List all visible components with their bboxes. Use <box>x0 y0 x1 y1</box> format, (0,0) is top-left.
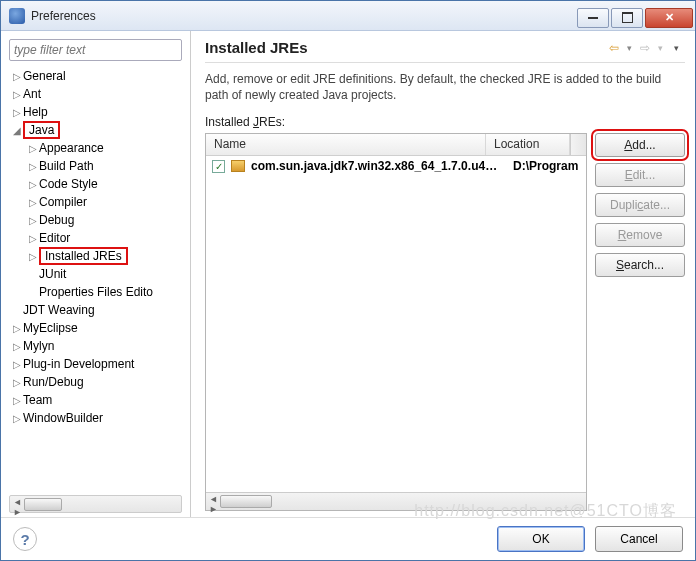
tree-label: Java <box>23 121 60 139</box>
dropdown-icon[interactable]: ▾ <box>627 43 632 53</box>
tree-label: Plug-in Development <box>23 357 134 371</box>
add-button[interactable]: Add... <box>595 133 685 157</box>
expand-icon[interactable]: ▷ <box>11 107 23 118</box>
category-tree[interactable]: ▷General ▷Ant ▷Help ◢Java ▷Appearance ▷B… <box>1 67 190 493</box>
tree-item-myeclipse[interactable]: ▷MyEclipse <box>7 319 190 337</box>
content: ▷General ▷Ant ▷Help ◢Java ▷Appearance ▷B… <box>1 31 695 560</box>
back-icon[interactable]: ⇦ <box>605 40 623 56</box>
button-column: Add... Edit... Duplicate... Remove Searc… <box>595 133 685 511</box>
edit-button: Edit... <box>595 163 685 187</box>
tree-label: Appearance <box>39 141 104 155</box>
category-tree-pane: ▷General ▷Ant ▷Help ◢Java ▷Appearance ▷B… <box>1 31 191 517</box>
page-description: Add, remove or edit JRE definitions. By … <box>205 63 685 113</box>
expand-icon[interactable]: ▷ <box>27 251 39 262</box>
tree-item-build-path[interactable]: ▷Build Path <box>7 157 190 175</box>
table-h-scrollbar[interactable] <box>206 492 586 510</box>
expand-icon[interactable]: ▷ <box>11 323 23 334</box>
tree-item-general[interactable]: ▷General <box>7 67 190 85</box>
col-location[interactable]: Location <box>486 134 570 155</box>
tree-label: Compiler <box>39 195 87 209</box>
cell-location: D:\Program <box>513 159 578 173</box>
tree-label: Installed JREs <box>39 247 128 265</box>
app-icon <box>9 8 25 24</box>
tree-item-installed-jres[interactable]: ▷Installed JREs <box>7 247 190 265</box>
search-button[interactable]: Search... <box>595 253 685 277</box>
cancel-button[interactable]: Cancel <box>595 526 683 552</box>
window-title: Preferences <box>31 9 577 23</box>
tree-item-appearance[interactable]: ▷Appearance <box>7 139 190 157</box>
expand-icon[interactable]: ▷ <box>27 197 39 208</box>
duplicate-button: Duplicate... <box>595 193 685 217</box>
footer: ? OK Cancel <box>1 518 695 560</box>
tree-label: Properties Files Edito <box>39 285 153 299</box>
expand-icon[interactable]: ▷ <box>27 143 39 154</box>
expand-icon[interactable]: ▷ <box>27 161 39 172</box>
tree-label: Team <box>23 393 52 407</box>
tree-label: Editor <box>39 231 70 245</box>
table-row[interactable]: ✓ com.sun.java.jdk7.win32.x86_64_1.7.0.u… <box>206 156 586 176</box>
expand-icon[interactable]: ▷ <box>11 89 23 100</box>
dropdown-icon[interactable]: ▾ <box>658 43 663 53</box>
tree-item-editor[interactable]: ▷Editor <box>7 229 190 247</box>
table-header: Name Location <box>206 134 586 156</box>
tree-label: JDT Weaving <box>23 303 95 317</box>
expand-icon[interactable]: ▷ <box>11 377 23 388</box>
tree-item-properties-files-editor[interactable]: Properties Files Edito <box>7 283 190 301</box>
tree-label: General <box>23 69 66 83</box>
tree-label: Mylyn <box>23 339 54 353</box>
table-body: ✓ com.sun.java.jdk7.win32.x86_64_1.7.0.u… <box>206 156 586 492</box>
page-nav-icons: ⇦▾ ⇨▾ ▾ <box>605 40 685 56</box>
expand-icon[interactable]: ▷ <box>11 413 23 424</box>
tree-item-run-debug[interactable]: ▷Run/Debug <box>7 373 190 391</box>
expand-icon[interactable]: ▷ <box>27 233 39 244</box>
maximize-button[interactable] <box>611 8 643 28</box>
tree-item-help[interactable]: ▷Help <box>7 103 190 121</box>
remove-button: Remove <box>595 223 685 247</box>
tree-item-plugin-dev[interactable]: ▷Plug-in Development <box>7 355 190 373</box>
page-title: Installed JREs <box>205 39 605 56</box>
forward-icon[interactable]: ⇨ <box>636 40 654 56</box>
expand-icon[interactable]: ▷ <box>11 341 23 352</box>
close-button[interactable] <box>645 8 693 28</box>
tree-label: Ant <box>23 87 41 101</box>
expand-icon[interactable]: ▷ <box>11 395 23 406</box>
tree-item-compiler[interactable]: ▷Compiler <box>7 193 190 211</box>
tree-item-team[interactable]: ▷Team <box>7 391 190 409</box>
jre-table[interactable]: Name Location ✓ com.sun.java.jdk7.win32.… <box>205 133 587 511</box>
ok-button[interactable]: OK <box>497 526 585 552</box>
jre-icon <box>231 160 245 172</box>
expand-icon[interactable]: ▷ <box>27 215 39 226</box>
tree-label: Build Path <box>39 159 94 173</box>
list-label: Installed JREs: <box>205 115 685 129</box>
help-icon[interactable]: ? <box>13 527 37 551</box>
expand-icon[interactable]: ▷ <box>11 359 23 370</box>
tree-item-java[interactable]: ◢Java <box>7 121 190 139</box>
tree-label: Run/Debug <box>23 375 84 389</box>
tree-item-mylyn[interactable]: ▷Mylyn <box>7 337 190 355</box>
tree-item-code-style[interactable]: ▷Code Style <box>7 175 190 193</box>
jre-checkbox[interactable]: ✓ <box>212 160 225 173</box>
menu-icon[interactable]: ▾ <box>667 40 685 56</box>
window-controls <box>577 4 695 28</box>
tree-label: JUnit <box>39 267 66 281</box>
page-header: Installed JREs ⇦▾ ⇨▾ ▾ <box>205 39 685 63</box>
tree-item-ant[interactable]: ▷Ant <box>7 85 190 103</box>
filter-input[interactable] <box>9 39 182 61</box>
expand-icon[interactable]: ▷ <box>27 179 39 190</box>
minimize-button[interactable] <box>577 8 609 28</box>
tree-h-scrollbar[interactable] <box>9 495 182 513</box>
tree-item-windowbuilder[interactable]: ▷WindowBuilder <box>7 409 190 427</box>
table-area: Name Location ✓ com.sun.java.jdk7.win32.… <box>205 133 685 511</box>
tree-item-debug[interactable]: ▷Debug <box>7 211 190 229</box>
collapse-icon[interactable]: ◢ <box>11 125 23 136</box>
page-pane: Installed JREs ⇦▾ ⇨▾ ▾ Add, remove or ed… <box>191 31 695 517</box>
tree-label: Debug <box>39 213 74 227</box>
cell-name: com.sun.java.jdk7.win32.x86_64_1.7.0.u4… <box>251 159 513 173</box>
tree-item-jdt-weaving[interactable]: JDT Weaving <box>7 301 190 319</box>
main-split: ▷General ▷Ant ▷Help ◢Java ▷Appearance ▷B… <box>1 31 695 517</box>
tree-item-junit[interactable]: JUnit <box>7 265 190 283</box>
tree-label: Help <box>23 105 48 119</box>
col-name[interactable]: Name <box>206 134 486 155</box>
titlebar: Preferences <box>1 1 695 31</box>
expand-icon[interactable]: ▷ <box>11 71 23 82</box>
